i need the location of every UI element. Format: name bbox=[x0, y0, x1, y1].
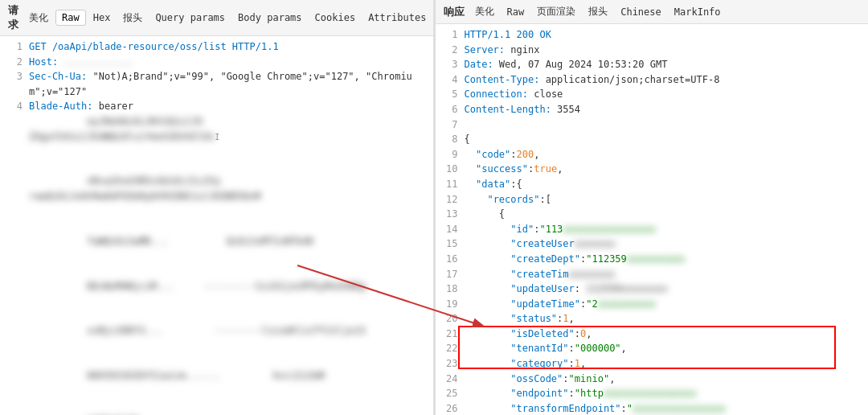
response-panel-header: 响应 美化 Raw 页面渲染 报头 Chinese MarkInfo bbox=[436, 0, 869, 24]
response-line-15: 15 "createUserxxxxxxx bbox=[442, 236, 862, 252]
request-line-4e: xzNjc2ODY3... --------lisimhlisTY11ljoi5 bbox=[6, 309, 427, 354]
response-content[interactable]: 1 HTTP/1.1 200 OK 2 Server: nginx 3 Date… bbox=[436, 24, 869, 415]
response-line-7: 7 bbox=[442, 117, 862, 133]
response-line-25: 25 "endpoint":"httpxxxxxxxxxxxxxxxx bbox=[442, 386, 862, 401]
response-line-26: 26 "transformEndpoint":"xxxxxxxxxxxxxxxx bbox=[442, 401, 862, 415]
tab-request-meihuan[interactable]: 美化 bbox=[23, 10, 54, 27]
response-line-19: 19 "updateTime":"2xxxxxxxxxx bbox=[442, 297, 862, 312]
response-line-10: 10 "success":true, bbox=[442, 162, 862, 177]
response-line-4: 4 Content-Type: application/json;charset… bbox=[442, 72, 862, 88]
tab-request-hex[interactable]: Hex bbox=[88, 10, 117, 25]
response-line-8: 8 { bbox=[442, 132, 862, 147]
tab-request-cookies[interactable]: Cookies bbox=[309, 10, 362, 25]
request-line-4b: nRva2VuX3R5cGUiOiJ1c2Vy rawQiOiJxbV9wbGF… bbox=[6, 159, 427, 219]
response-line-21: 21 "isDeleted":0, bbox=[442, 327, 862, 342]
response-line-18: 18 "updateUser: 112559xxxxxxxx bbox=[442, 281, 862, 297]
response-line-22: 22 "tenantId":"000000", bbox=[442, 341, 862, 356]
request-line-4: 4 Blade-Auth: bearer eyJ0eXAiOiJKV1QiLCJ… bbox=[6, 99, 427, 158]
response-line-14: 14 "id":"113xxxxxxxxxxxxxxxx bbox=[442, 222, 862, 237]
tab-request-baotou[interactable]: 报头 bbox=[117, 10, 148, 27]
response-line-16: 16 "createDept":"112359xxxxxxxxxx bbox=[442, 252, 862, 267]
request-line-4f: 66h55CG5ZGYIiwicm...... kvciIsImR bbox=[6, 353, 427, 398]
response-line-24: 24 "ossCode":"minio", bbox=[442, 372, 862, 387]
response-line-1: 1 HTTP/1.1 200 OK bbox=[442, 27, 862, 43]
request-line-2: 2 Host: ............ bbox=[6, 55, 427, 70]
response-line-23: 23 "category":1, bbox=[442, 356, 862, 372]
tab-request-raw[interactable]: Raw bbox=[55, 10, 86, 26]
response-line-20: 20 "status":1, bbox=[442, 311, 862, 327]
request-line-4c: faWQiOiIwMD... QiOiIxMTIzNTk40 bbox=[6, 219, 427, 264]
response-line-6: 6 Content-Length: 3554 bbox=[442, 102, 862, 117]
response-line-12: 12 "records":[ bbox=[442, 192, 862, 208]
tab-response-render[interactable]: 页面渲染 bbox=[531, 3, 581, 20]
main-container: 请求 美化 Raw Hex 报头 Query params Body param… bbox=[0, 0, 868, 415]
response-line-9: 9 "code":200, bbox=[442, 147, 862, 162]
request-line-3: 3 Sec-Ch-Ua: "Not)A;Brand";v="99", "Goog… bbox=[6, 69, 427, 99]
response-line-5: 5 Connection: close bbox=[442, 87, 862, 102]
response-line-3: 3 Date: Wed, 07 Aug 2024 10:53:20 GMT bbox=[442, 57, 862, 72]
request-content[interactable]: 1 GET /oaApi/blade-resource/oss/list HTT… bbox=[0, 36, 433, 415]
response-panel: 响应 美化 Raw 页面渲染 报头 Chinese MarkInfo 1 HTT… bbox=[436, 0, 869, 415]
tab-request-queryparams[interactable]: Query params bbox=[149, 10, 231, 25]
response-line-17: 17 "createTimxxxxxxxx bbox=[442, 267, 862, 282]
request-line-4g: 1dGFpbCI6 xcmVicCI6MTcyMzAzMDcwMywibmjmI… bbox=[6, 398, 427, 415]
request-panel: 请求 美化 Raw Hex 报头 Query params Body param… bbox=[0, 0, 434, 415]
tab-response-raw[interactable]: Raw bbox=[502, 5, 530, 19]
tab-response-markinfo[interactable]: MarkInfo bbox=[669, 5, 727, 19]
request-line-4d: DEzNzM4NjciM... ---------IzikIjoiMTEyMzU… bbox=[6, 264, 427, 309]
response-line-13: 13 { bbox=[442, 207, 862, 222]
tab-request-attributes[interactable]: Attributes bbox=[362, 10, 432, 25]
tab-response-meihuan[interactable]: 美化 bbox=[469, 3, 500, 20]
response-line-2: 2 Server: nginx bbox=[442, 43, 862, 58]
request-line-1: 1 GET /oaApi/blade-resource/oss/list HTT… bbox=[6, 39, 427, 55]
tab-request-bodyparams[interactable]: Body params bbox=[232, 10, 307, 25]
tab-response-baotou[interactable]: 报头 bbox=[583, 3, 613, 20]
tab-response-chinese[interactable]: Chinese bbox=[615, 5, 667, 19]
request-title: 请求 bbox=[5, 3, 22, 32]
request-panel-header: 请求 美化 Raw Hex 报头 Query params Body param… bbox=[0, 0, 433, 36]
response-title: 响应 bbox=[440, 5, 468, 19]
response-line-11: 11 "data":{ bbox=[442, 177, 862, 192]
